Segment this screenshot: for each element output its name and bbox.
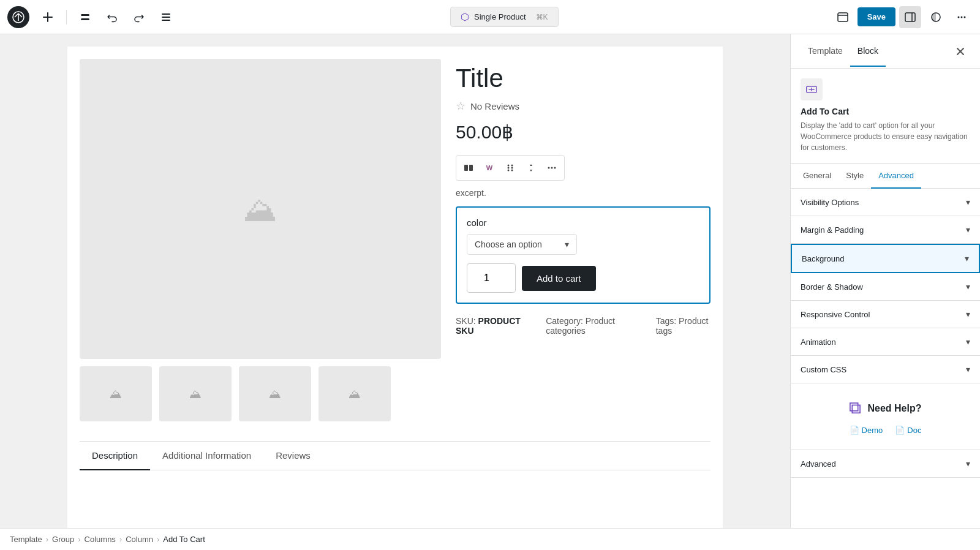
appearance-button[interactable] bbox=[925, 6, 947, 28]
product-reviews: ☆ No Reviews bbox=[456, 99, 710, 113]
accordion-advanced-bottom: Advanced ▾ bbox=[791, 450, 980, 478]
accordion-visibility-header[interactable]: Visibility Options ▾ bbox=[791, 189, 980, 216]
panel-body: Visibility Options ▾ Margin & Padding ▾ … bbox=[791, 189, 980, 528]
save-button[interactable]: Save bbox=[858, 7, 895, 26]
panel-close-button[interactable] bbox=[951, 42, 970, 61]
sub-tabs: General Style Advanced bbox=[791, 164, 980, 189]
color-select[interactable]: Choose an option ▾ bbox=[467, 234, 577, 255]
chevron-visibility-icon: ▾ bbox=[966, 197, 970, 207]
help-section: ⧉ Need Help? 📄 Demo 📄 Doc bbox=[791, 383, 980, 450]
add-block-button[interactable] bbox=[37, 6, 59, 28]
color-select-text: Choose an option bbox=[475, 239, 542, 249]
sub-tab-style[interactable]: Style bbox=[839, 164, 871, 189]
breadcrumb-column[interactable]: Column bbox=[126, 535, 153, 544]
block-more-button[interactable] bbox=[542, 158, 562, 178]
accordion-animation-header[interactable]: Animation ▾ bbox=[791, 328, 980, 355]
wp-logo[interactable] bbox=[7, 6, 29, 28]
doc-icon: 📄 bbox=[895, 426, 905, 435]
category-label: Category: bbox=[546, 316, 583, 326]
thumb-4: ⛰ bbox=[318, 366, 391, 421]
breadcrumb-columns[interactable]: Columns bbox=[85, 535, 116, 544]
svg-point-14 bbox=[508, 167, 510, 169]
template-label: Single Product bbox=[474, 12, 526, 21]
svg-point-13 bbox=[511, 165, 513, 167]
block-woo-button[interactable]: W bbox=[480, 158, 499, 178]
panel-tab-template[interactable]: Template bbox=[801, 36, 850, 67]
tags-label: Tags: bbox=[656, 316, 676, 326]
view-button[interactable] bbox=[832, 6, 854, 28]
product-tabs: Description Additional Information Revie… bbox=[80, 441, 710, 470]
accordion-background-header[interactable]: Background ▾ bbox=[792, 245, 979, 272]
breadcrumb-sep-2: › bbox=[78, 535, 80, 544]
block-toolbar: W bbox=[456, 155, 565, 181]
accordion-responsive-label: Responsive Control bbox=[801, 310, 870, 319]
tab-list: Description Additional Information Revie… bbox=[80, 442, 710, 470]
svg-point-16 bbox=[508, 170, 510, 171]
canvas-area: ⛰ ⛰ ⛰ ⛰ ⛰ Title ☆ No Reviews bbox=[0, 34, 790, 528]
list-view-button[interactable] bbox=[155, 6, 177, 28]
tools-button[interactable] bbox=[74, 6, 96, 28]
meta-tags: Tags: Product tags bbox=[656, 316, 710, 336]
undo-button[interactable] bbox=[101, 6, 123, 28]
help-title: Need Help? bbox=[867, 403, 921, 414]
accordion-responsive: Responsive Control ▾ bbox=[791, 301, 980, 328]
thumb-1-icon: ⛰ bbox=[110, 387, 122, 401]
tab-additional-info[interactable]: Additional Information bbox=[150, 442, 263, 470]
chevron-down-icon: ▾ bbox=[565, 239, 569, 249]
accordion-border-label: Border & Shadow bbox=[801, 282, 863, 292]
svg-rect-10 bbox=[464, 165, 468, 171]
accordion-responsive-header[interactable]: Responsive Control ▾ bbox=[791, 301, 980, 328]
main-image-placeholder-icon: ⛰ bbox=[243, 189, 277, 229]
breadcrumb-template[interactable]: Template bbox=[10, 535, 42, 544]
thumb-2-icon: ⛰ bbox=[189, 387, 202, 401]
right-panel: Template Block Add To Cart Display the '… bbox=[790, 34, 980, 528]
quantity-input[interactable] bbox=[467, 263, 516, 293]
block-arrows-button[interactable] bbox=[521, 158, 541, 178]
svg-point-15 bbox=[511, 167, 513, 169]
svg-point-7 bbox=[958, 16, 960, 18]
sub-tab-advanced[interactable]: Advanced bbox=[871, 164, 921, 189]
thumb-3: ⛰ bbox=[239, 366, 311, 421]
block-name: Add To Cart bbox=[801, 107, 970, 116]
page-canvas: ⛰ ⛰ ⛰ ⛰ ⛰ Title ☆ No Reviews bbox=[67, 47, 723, 528]
svg-point-19 bbox=[551, 167, 553, 169]
chevron-border-icon: ▾ bbox=[966, 282, 970, 292]
help-links: 📄 Demo 📄 Doc bbox=[850, 426, 922, 435]
panel-header: Template Block bbox=[791, 34, 980, 69]
help-demo-link[interactable]: 📄 Demo bbox=[850, 426, 883, 435]
breadcrumb-add-to-cart[interactable]: Add To Cart bbox=[163, 535, 205, 544]
svg-rect-1 bbox=[162, 13, 170, 15]
toolbar-right: Save bbox=[832, 6, 973, 28]
redo-button[interactable] bbox=[128, 6, 150, 28]
sidebar-toggle-button[interactable] bbox=[899, 6, 921, 28]
svg-rect-2 bbox=[162, 17, 170, 18]
chevron-advanced-bottom-icon: ▾ bbox=[966, 459, 970, 469]
breadcrumb-group[interactable]: Group bbox=[52, 535, 74, 544]
more-options-button[interactable] bbox=[951, 6, 973, 28]
product-price: 50.00฿ bbox=[456, 121, 710, 143]
block-icon-wrap bbox=[801, 78, 823, 100]
sub-tab-general[interactable]: General bbox=[796, 164, 839, 189]
template-pill[interactable]: ⬡ Single Product ⌘K bbox=[450, 7, 559, 27]
accordion-custom-css-header[interactable]: Custom CSS ▾ bbox=[791, 356, 980, 383]
tab-reviews[interactable]: Reviews bbox=[263, 442, 323, 470]
color-label: color bbox=[467, 217, 699, 228]
accordion-animation-label: Animation bbox=[801, 337, 836, 347]
block-drag-button[interactable] bbox=[500, 158, 520, 178]
accordion-background: Background ▾ bbox=[791, 244, 980, 273]
accordion-border-header[interactable]: Border & Shadow ▾ bbox=[791, 273, 980, 300]
help-doc-link[interactable]: 📄 Doc bbox=[895, 426, 921, 435]
accordion-animation: Animation ▾ bbox=[791, 328, 980, 356]
reviews-text: No Reviews bbox=[470, 101, 519, 111]
block-align-button[interactable] bbox=[459, 158, 478, 178]
chevron-background-icon: ▾ bbox=[965, 254, 969, 263]
accordion-margin-header[interactable]: Margin & Padding ▾ bbox=[791, 216, 980, 243]
tab-description[interactable]: Description bbox=[80, 442, 150, 470]
svg-rect-3 bbox=[162, 20, 170, 21]
panel-tab-block[interactable]: Block bbox=[850, 36, 886, 67]
demo-icon: 📄 bbox=[850, 426, 859, 435]
accordion-advanced-bottom-header[interactable]: Advanced ▾ bbox=[791, 450, 980, 477]
add-to-cart-button[interactable]: Add to cart bbox=[522, 266, 596, 291]
product-thumbs: ⛰ ⛰ ⛰ ⛰ bbox=[80, 366, 441, 421]
accordion-margin: Margin & Padding ▾ bbox=[791, 216, 980, 244]
